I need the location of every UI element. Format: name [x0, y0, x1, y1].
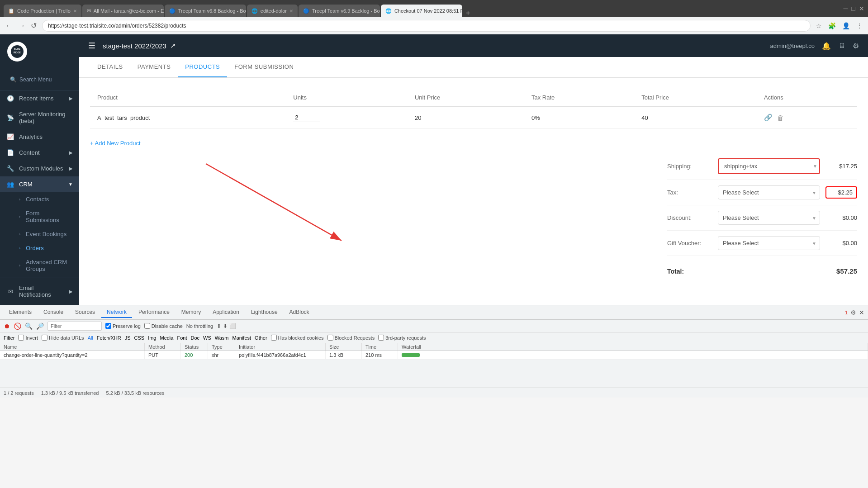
email-notifications-icon: ✉	[6, 288, 14, 295]
browser-tab-6[interactable]: 🌐 Checkout 07 Nov 2022 08:51 PM ✕	[381, 5, 462, 17]
transferred-size: 1.3 kB / 9.5 kB transferred	[41, 390, 99, 396]
settings-button[interactable]: ⚙	[853, 42, 859, 50]
extensions-button[interactable]: 🧩	[826, 20, 838, 31]
sidebar-item-content[interactable]: 📄 Content ▶	[0, 145, 79, 161]
sidebar-sub-item-contacts[interactable]: › Contacts	[0, 192, 79, 206]
devtools-settings-button[interactable]: ⚙	[850, 309, 856, 316]
discount-select[interactable]: Please Select	[718, 211, 820, 225]
back-button[interactable]: ←	[4, 19, 14, 32]
header-waterfall: Waterfall	[398, 343, 868, 351]
browser-tab-4[interactable]: 🌐 edited-dolor ✕	[247, 5, 298, 17]
record-button[interactable]: ⏺	[4, 322, 10, 330]
browser-tab-5[interactable]: 🔵 Treepl Team v6.9 Backlog - Boar... ✕	[299, 5, 380, 17]
tab-close-4[interactable]: ✕	[289, 9, 293, 14]
display-button[interactable]: 🖥	[838, 42, 845, 50]
filter-media[interactable]: Media	[160, 335, 173, 341]
hide-data-urls-checkbox[interactable]: Hide data URLs	[42, 335, 84, 341]
filter-doc[interactable]: Doc	[190, 335, 199, 341]
sidebar-search[interactable]: 🔍 Search Menu	[0, 69, 79, 90]
menu-button[interactable]: ⋮	[854, 20, 864, 31]
sidebar-item-email-notifications[interactable]: ✉ Email Notifications ▶	[0, 280, 79, 303]
devtools-tab-lighthouse[interactable]: Lighthouse	[246, 307, 283, 318]
preserve-log-checkbox[interactable]: Preserve log	[105, 323, 141, 329]
sidebar-item-crm[interactable]: 👥 CRM ▼	[0, 176, 79, 192]
address-input[interactable]	[42, 20, 811, 32]
network-row-1[interactable]: change-order-line-quantity?quantity=2 PU…	[0, 351, 868, 360]
sidebar-sub-item-advanced-crm-groups[interactable]: › Advanced CRM Groups	[0, 255, 79, 276]
sidebar-sub-item-form-submissions[interactable]: › Form Submissions	[0, 206, 79, 227]
minimize-button[interactable]: ─	[844, 5, 848, 12]
export-har-button[interactable]: ⬇	[223, 323, 228, 329]
devtools-close-button[interactable]: ✕	[859, 309, 864, 316]
forward-button[interactable]: →	[16, 19, 27, 32]
blocked-requests-checkbox[interactable]: Blocked Requests	[327, 335, 375, 341]
profile-button[interactable]: 👤	[840, 20, 852, 31]
maximize-button[interactable]: □	[852, 5, 855, 12]
invert-checkbox[interactable]: Invert	[18, 335, 38, 341]
address-bar-row: ← → ↺ ☆ 🧩 👤 ⋮	[0, 17, 868, 34]
filter-ws[interactable]: WS	[203, 335, 211, 341]
tax-select[interactable]: Please Select	[718, 185, 820, 199]
clear-button[interactable]: 🚫	[14, 322, 21, 330]
filter-fetch-xhr[interactable]: Fetch/XHR	[97, 335, 121, 341]
gift-voucher-select[interactable]: Please Select	[718, 236, 820, 250]
notifications-button[interactable]: 🔔	[822, 42, 831, 50]
search-button[interactable]: 🔎	[36, 322, 44, 330]
filter-other[interactable]: Other	[255, 335, 267, 341]
devtools-tab-memory[interactable]: Memory	[176, 307, 206, 318]
sidebar-item-server-monitoring[interactable]: 📡 Server Monitoring (beta)	[0, 106, 79, 129]
units-input[interactable]	[293, 113, 320, 122]
close-button[interactable]: ✕	[859, 5, 864, 12]
tab-payments[interactable]: PAYMENTS	[130, 57, 178, 77]
new-tab-button[interactable]: +	[463, 9, 473, 17]
tab-favicon-5: 🔵	[303, 8, 309, 14]
has-blocked-cookies-checkbox[interactable]: Has blocked cookies	[271, 335, 324, 341]
delete-icon[interactable]: 🗑	[777, 114, 784, 122]
filter-manifest[interactable]: Manifest	[232, 335, 251, 341]
import-har-button[interactable]: ⬆	[217, 323, 221, 329]
sidebar-sub-item-orders[interactable]: › Orders	[0, 241, 79, 255]
cell-units[interactable]	[286, 107, 408, 129]
add-product-button[interactable]: + Add New Product	[90, 138, 141, 148]
sidebar-sub-item-event-bookings[interactable]: › Event Bookings	[0, 227, 79, 241]
search-menu-label[interactable]: 🔍 Search Menu	[5, 74, 74, 85]
shipping-row: Shipping: shipping+tax ▼ $17.25	[667, 153, 857, 180]
shipping-method-select[interactable]: shipping+tax	[721, 160, 813, 172]
tab-close-1[interactable]: ✕	[73, 9, 77, 14]
filter-css[interactable]: CSS	[134, 335, 145, 341]
browser-tab-2[interactable]: ✉ All Mail - taras.r@ez-bc.com - E... ✕	[82, 5, 164, 17]
disable-cache-checkbox[interactable]: Disable cache	[144, 323, 183, 329]
discount-value: $0.00	[825, 214, 857, 221]
sidebar-item-analytics[interactable]: 📈 Analytics	[0, 129, 79, 145]
tab-form-submission[interactable]: FORM SUBMISSION	[227, 57, 301, 77]
filter-font[interactable]: Font	[177, 335, 187, 341]
browser-tab-3[interactable]: 🔵 Treepl Team v6.8 Backlog - Boar... ✕	[165, 5, 246, 17]
devtools-tab-sources[interactable]: Sources	[70, 307, 100, 318]
filter-toggle[interactable]: 🔍	[25, 322, 33, 330]
devtools-tab-adblock[interactable]: AdBlock	[284, 307, 315, 318]
filter-wasm[interactable]: Wasm	[215, 335, 229, 341]
sidebar: BLUE RIDGE 🔍 Search Menu 🕐 Recent Items …	[0, 34, 79, 305]
browser-tab-1[interactable]: 📋 Code Production | Trello ✕	[4, 5, 81, 17]
devtools-tab-elements[interactable]: Elements	[4, 307, 37, 318]
devtools-tab-performance[interactable]: Performance	[133, 307, 175, 318]
devtools-tab-network[interactable]: Network	[101, 307, 132, 318]
network-filter-input[interactable]	[47, 322, 102, 331]
clear-network-button[interactable]: ⬜	[229, 323, 236, 329]
refresh-button[interactable]: ↺	[29, 19, 38, 32]
devtools-tab-console[interactable]: Console	[38, 307, 69, 318]
bookmark-button[interactable]: ☆	[814, 20, 824, 31]
devtools-errors-count: 1	[845, 310, 848, 315]
hamburger-menu-button[interactable]: ☰	[88, 41, 95, 51]
tab-products[interactable]: PRODUCTS	[178, 57, 227, 77]
sidebar-item-recent-items[interactable]: 🕐 Recent Items ▶	[0, 90, 79, 106]
sidebar-logo: BLUE RIDGE	[0, 34, 79, 69]
tab-details[interactable]: DETAILS	[90, 57, 130, 77]
sidebar-item-custom-modules[interactable]: 🔧 Custom Modules ▶	[0, 161, 79, 176]
filter-all[interactable]: All	[88, 335, 93, 341]
devtools-tab-application[interactable]: Application	[207, 307, 245, 318]
filter-js[interactable]: JS	[125, 335, 131, 341]
third-party-requests-checkbox[interactable]: 3rd-party requests	[378, 335, 426, 341]
link-icon[interactable]: 🔗	[764, 114, 773, 122]
filter-img[interactable]: Img	[148, 335, 156, 341]
